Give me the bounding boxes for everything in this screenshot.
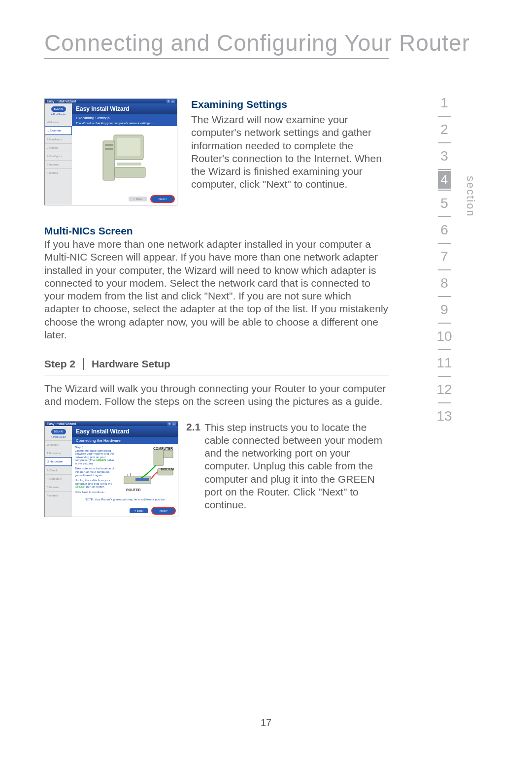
wizard-step: 5 Internet [45,483,72,491]
cursor-icon: ➤ [168,198,172,202]
multi-nic-heading: Multi-NICs Screen [44,225,389,237]
back-button[interactable]: < Back [130,508,149,513]
window-title: Easy Install Wizard [47,422,76,426]
examining-body: The Wizard will now examine your compute… [191,113,389,191]
examining-heading: Examining Settings [191,99,389,110]
nav-item-2[interactable]: 2 [431,118,458,141]
wizard-instructions: Step 1 Locate the cable connected betwee… [75,446,114,496]
wizard-step: 1 Examine [45,126,72,135]
wizard-step: Finished [45,168,72,177]
nav-item-10[interactable]: 10 [431,325,458,348]
wizard-step: 4 Configure [45,474,72,483]
wizard-subbanner: Connecting the Hardware [72,437,178,444]
step-2-header: Step 2 Hardware Setup [44,355,389,375]
wizard-note: NOTE: Your Router's green port may be in… [72,498,178,502]
computer-illustration [100,131,149,185]
main-content: Easy Install Wizard ?× BELKIN 4-Port Rou… [44,99,389,517]
wizard-sidebar: BELKIN 4-Port Router Welcome 1 Examine 2… [45,426,72,517]
wizard-step: Finished [45,491,72,499]
window-controls: ?× [167,422,176,426]
svg-rect-2 [103,141,115,180]
examining-block: Easy Install Wizard ?× BELKIN 4-Port Rou… [44,99,389,205]
multi-nic-body: If you have more than one network adapte… [44,238,389,341]
svg-rect-8 [164,450,173,458]
wizard-step: 2 Hardware [45,457,72,466]
step-2-intro: The Wizard will walk you through connect… [44,382,389,408]
computer-label: COMPUTER [153,447,173,450]
nav-item-8[interactable]: 8 [431,271,458,295]
wizard-step: Welcome [45,440,72,449]
belkin-logo: BELKIN [51,429,66,434]
nav-item-4[interactable]: 4 [438,171,451,189]
nav-item-9[interactable]: 9 [431,298,458,322]
examining-text: Examining Settings The Wizard will now e… [191,99,389,205]
wizard-diagram: COMPUTER MODEM ROUTER [117,446,175,493]
router-label: ROUTER [126,488,141,492]
wizard-banner: Easy Install Wizard [72,103,177,114]
nav-item-5[interactable]: 5 [431,192,458,215]
svg-rect-3 [105,144,113,146]
hardware-block: Easy Install Wizard ?× BELKIN 4-Port Rou… [44,421,389,517]
wizard-step: 4 Configure [45,152,72,160]
step-number: Step 2 [44,358,84,370]
svg-rect-4 [105,148,113,150]
wizard-banner: Easy Install Wizard [72,426,178,437]
cursor-icon: ➤ [169,509,173,514]
wizard-screenshot-examining: Easy Install Wizard ?× BELKIN 4-Port Rou… [44,99,177,205]
product-name: 4-Port Router [45,113,72,116]
wiz-step-label: Step 1 [75,446,114,449]
svg-rect-7 [154,449,164,465]
section-nav: section 1 2 3 4 5 6 7 8 9 10 11 12 13 [431,91,458,428]
wizard-step: 2 Hardware [45,135,72,143]
belkin-logo: BELKIN [51,106,66,112]
nav-item-1[interactable]: 1 [431,91,458,115]
wizard-step: Welcome [45,118,72,126]
nav-item-13[interactable]: 13 [431,404,458,428]
back-button[interactable]: < Back [129,197,148,201]
modem-label: MODEM [161,467,174,471]
page-title: Connecting and Configuring Your Router [44,30,470,56]
svg-rect-1 [117,138,140,156]
wizard-step: 1 Examine [45,449,72,457]
page-number: 17 [0,717,532,728]
wizard-message: The Wizard is checking your computer's n… [72,121,177,126]
wizard-screenshot-hardware: Easy Install Wizard ?× BELKIN 4-Port Rou… [44,421,178,517]
window-title: Easy Install Wizard [47,99,76,103]
nav-item-7[interactable]: 7 [431,245,458,268]
svg-rect-5 [117,163,141,165]
wizard-step: 3 Check [45,143,72,152]
title-rule [44,58,389,59]
nav-item-12[interactable]: 12 [431,378,458,401]
wizard-step: 3 Check [45,466,72,474]
step-title: Hardware Setup [92,358,170,370]
svg-rect-11 [135,478,149,481]
nav-item-11[interactable]: 11 [431,351,458,375]
wizard-sidebar: BELKIN 4-Port Router Welcome 1 Examine 2… [45,103,72,205]
wizard-step: 5 Internet [45,160,72,168]
window-controls: ?× [166,99,175,103]
substep-number: 2.1 [186,421,200,517]
wizard-subbanner: Examining Settings [72,114,177,121]
nav-item-3[interactable]: 3 [431,144,458,168]
section-label: section [464,176,477,217]
svg-rect-6 [115,167,145,177]
substep-body: This step instructs you to locate the ca… [204,421,389,517]
nav-item-6[interactable]: 6 [431,218,458,242]
product-name: 4-Port Router [45,435,72,438]
